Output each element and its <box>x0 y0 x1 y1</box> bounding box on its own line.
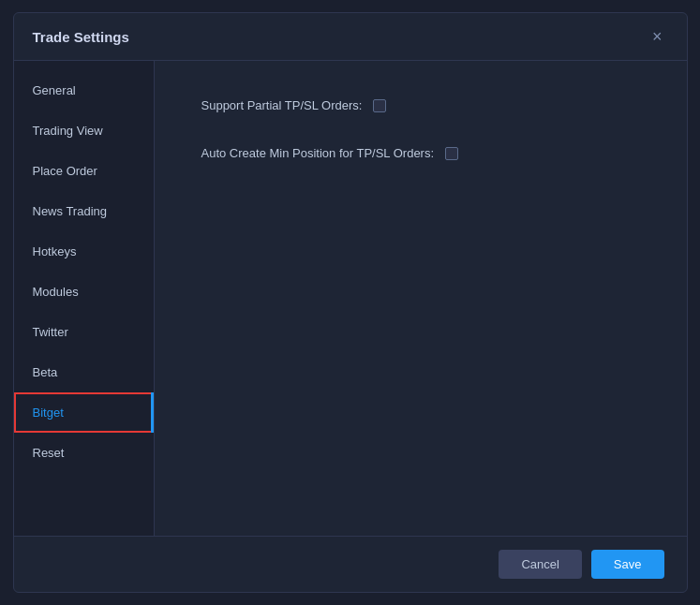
sidebar-item-bitget[interactable]: Bitget <box>14 392 154 433</box>
setting-row-auto-create-min: Auto Create Min Position for TP/SL Order… <box>201 146 640 160</box>
sidebar-item-beta[interactable]: Beta <box>14 352 154 392</box>
checkbox-auto-create-min[interactable] <box>445 147 458 160</box>
cancel-button[interactable]: Cancel <box>499 550 581 579</box>
trade-settings-dialog: Trade Settings × GeneralTrading ViewPlac… <box>13 12 688 593</box>
sidebar-item-modules[interactable]: Modules <box>14 272 154 312</box>
sidebar-item-twitter[interactable]: Twitter <box>14 312 154 352</box>
dialog-title: Trade Settings <box>33 29 129 45</box>
dialog-header: Trade Settings × <box>14 13 687 61</box>
close-button[interactable]: × <box>647 26 668 47</box>
setting-label-partial-tp-sl: Support Partial TP/SL Orders: <box>201 98 363 112</box>
save-button[interactable]: Save <box>591 550 664 579</box>
sidebar-item-hotkeys[interactable]: Hotkeys <box>14 231 154 272</box>
sidebar-item-news-trading[interactable]: News Trading <box>14 191 154 231</box>
dialog-body: GeneralTrading ViewPlace OrderNews Tradi… <box>14 61 687 536</box>
sidebar-item-general[interactable]: General <box>14 70 154 111</box>
content-area: Support Partial TP/SL Orders:Auto Create… <box>155 61 687 536</box>
sidebar: GeneralTrading ViewPlace OrderNews Tradi… <box>14 61 155 536</box>
sidebar-item-trading-view[interactable]: Trading View <box>14 111 154 151</box>
setting-label-auto-create-min: Auto Create Min Position for TP/SL Order… <box>201 146 435 160</box>
dialog-footer: Cancel Save <box>14 536 687 592</box>
checkbox-partial-tp-sl[interactable] <box>373 99 386 112</box>
sidebar-item-place-order[interactable]: Place Order <box>14 151 154 191</box>
sidebar-item-reset[interactable]: Reset <box>14 433 154 473</box>
setting-row-partial-tp-sl: Support Partial TP/SL Orders: <box>201 98 640 112</box>
